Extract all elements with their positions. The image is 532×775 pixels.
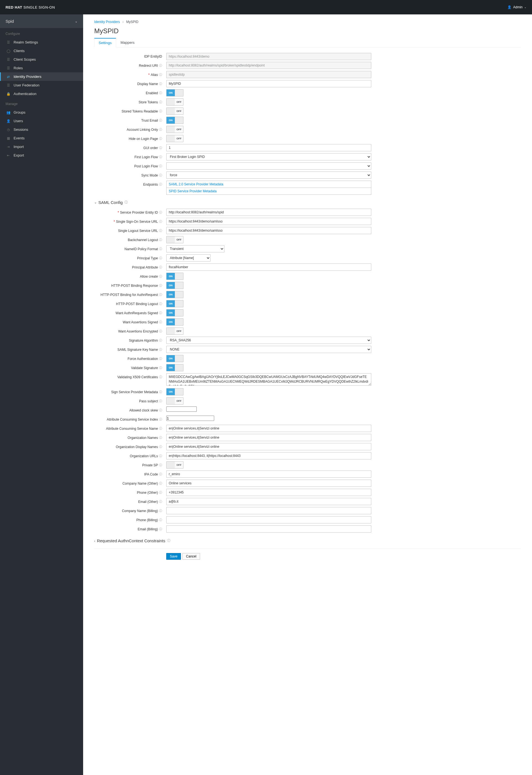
link-endpoint-spid[interactable]: SPID Service Provider Metadata [166, 188, 371, 195]
help-icon[interactable]: ⓘ [159, 73, 162, 77]
help-icon[interactable]: ⓘ [159, 210, 162, 214]
help-icon[interactable]: ⓘ [159, 247, 162, 251]
switch-account-linking-only[interactable]: ONOFF [166, 126, 183, 133]
nav-users[interactable]: 👤Users [0, 117, 83, 125]
help-icon[interactable]: ⓘ [159, 302, 162, 306]
input-phone-other[interactable] [166, 489, 371, 496]
breadcrumb-parent[interactable]: Identity Providers [94, 20, 120, 24]
help-icon[interactable]: ⓘ [159, 100, 162, 104]
nav-client-scopes[interactable]: ☰Client Scopes [0, 55, 83, 64]
help-icon[interactable]: ⓘ [159, 182, 162, 186]
help-icon[interactable]: ⓘ [159, 137, 162, 141]
help-icon[interactable]: ⓘ [159, 320, 162, 324]
nav-user-federation[interactable]: ☰User Federation [0, 81, 83, 89]
help-icon[interactable]: ⓘ [159, 509, 162, 513]
help-icon[interactable]: ⓘ [159, 417, 162, 422]
switch-validate-signature[interactable]: ONOFF [166, 364, 183, 371]
select-post-login-flow[interactable] [166, 162, 371, 170]
switch-sign-sp-metadata[interactable]: ONOFF [166, 388, 183, 396]
help-icon[interactable]: ⓘ [159, 63, 162, 68]
switch-pass-subject[interactable]: ONOFF [166, 397, 183, 405]
nav-export[interactable]: ⇤Export [0, 151, 83, 160]
help-icon[interactable]: ⓘ [159, 527, 162, 531]
help-icon[interactable]: ⓘ [167, 538, 170, 543]
help-icon[interactable]: ⓘ [159, 265, 162, 269]
help-icon[interactable]: ⓘ [159, 228, 162, 233]
help-icon[interactable]: ⓘ [159, 375, 162, 379]
input-acs-index[interactable] [166, 416, 214, 421]
help-icon[interactable]: ⓘ [159, 311, 162, 315]
select-saml-sig-key-name[interactable]: NONE [166, 346, 371, 353]
help-icon[interactable]: ⓘ [159, 427, 162, 431]
help-icon[interactable]: ⓘ [159, 146, 162, 150]
help-icon[interactable]: ⓘ [159, 454, 162, 458]
nav-identity-providers[interactable]: ⇄Identity Providers [0, 72, 83, 81]
input-allowed-clock-skew[interactable] [166, 407, 197, 412]
help-icon[interactable]: ⓘ [159, 463, 162, 467]
section-saml-config[interactable]: ⌄ SAML Config ⓘ [94, 200, 521, 205]
nav-authentication[interactable]: 🔒Authentication [0, 89, 83, 98]
help-icon[interactable]: ⓘ [159, 329, 162, 333]
nav-import[interactable]: ⇥Import [0, 142, 83, 151]
switch-enabled[interactable]: ONOFF [166, 89, 183, 96]
select-sig-alg[interactable]: RSA_SHA256 [166, 337, 371, 344]
user-menu[interactable]: 👤 Admin ⌄ [507, 5, 526, 9]
help-icon[interactable]: ⓘ [159, 399, 162, 403]
input-slo-url[interactable] [166, 227, 371, 234]
switch-http-post-authn[interactable]: ONOFF [166, 291, 183, 298]
switch-want-assertions-signed[interactable]: ONOFF [166, 318, 183, 325]
help-icon[interactable]: ⓘ [159, 173, 162, 177]
help-icon[interactable]: ⓘ [159, 109, 162, 113]
input-principal-attribute[interactable] [166, 263, 371, 271]
input-org-display-names[interactable] [166, 443, 371, 450]
help-icon[interactable]: ⓘ [159, 127, 162, 132]
help-icon[interactable]: ⓘ [159, 472, 162, 476]
select-nameid-policy-format[interactable]: Transient [166, 245, 224, 252]
nav-groups[interactable]: 👥Groups [0, 108, 83, 117]
input-ipa-code[interactable] [166, 471, 371, 478]
input-sso-url[interactable] [166, 218, 371, 225]
help-icon[interactable]: ⓘ [159, 366, 162, 370]
switch-backchannel-logout[interactable]: ONOFF [166, 236, 183, 243]
help-icon[interactable]: ⓘ [159, 118, 162, 122]
help-icon[interactable]: ⓘ [159, 436, 162, 440]
switch-store-tokens[interactable]: ONOFF [166, 98, 183, 106]
select-principal-type[interactable]: Attribute [Name] [166, 254, 210, 261]
help-icon[interactable]: ⓘ [159, 347, 162, 351]
help-icon[interactable]: ⓘ [159, 500, 162, 504]
realm-selector[interactable]: Spid ⌄ [0, 14, 83, 28]
help-icon[interactable]: ⓘ [159, 518, 162, 522]
select-sync-mode[interactable]: force [166, 171, 371, 179]
input-email-billing[interactable] [166, 525, 371, 533]
nav-roles[interactable]: ☰Roles [0, 64, 83, 72]
help-icon[interactable]: ⓘ [159, 390, 162, 394]
help-icon[interactable]: ⓘ [159, 292, 162, 297]
help-icon[interactable]: ⓘ [159, 91, 162, 95]
help-icon[interactable]: ⓘ [159, 219, 162, 224]
help-icon[interactable]: ⓘ [159, 238, 162, 242]
nav-clients[interactable]: ◯Clients [0, 47, 83, 55]
switch-want-assertions-encrypted[interactable]: ONOFF [166, 327, 183, 335]
help-icon[interactable]: ⓘ [159, 408, 162, 412]
input-company-other[interactable] [166, 480, 371, 487]
tab-settings[interactable]: Settings [94, 38, 116, 47]
tab-mappers[interactable]: Mappers [116, 38, 139, 47]
cancel-button[interactable]: Cancel [182, 553, 200, 560]
switch-trust-email[interactable]: ONOFF [166, 117, 183, 124]
input-display-name[interactable] [166, 80, 371, 87]
help-icon[interactable]: ⓘ [159, 445, 162, 449]
help-icon[interactable]: ⓘ [159, 164, 162, 168]
nav-sessions[interactable]: ◷Sessions [0, 125, 83, 134]
input-company-billing[interactable] [166, 507, 371, 514]
switch-stored-tokens-readable[interactable]: ONOFF [166, 107, 183, 115]
help-icon[interactable]: ⓘ [159, 356, 162, 361]
help-icon[interactable]: ⓘ [159, 155, 162, 159]
input-acs-name[interactable] [166, 425, 371, 432]
help-icon[interactable]: ⓘ [159, 283, 162, 287]
help-icon[interactable]: ⓘ [159, 274, 162, 278]
help-icon[interactable]: ⓘ [159, 338, 162, 342]
input-email-other[interactable] [166, 498, 371, 505]
input-org-names[interactable] [166, 434, 371, 441]
input-gui-order[interactable] [166, 144, 371, 151]
switch-http-post-response[interactable]: ONOFF [166, 282, 183, 289]
